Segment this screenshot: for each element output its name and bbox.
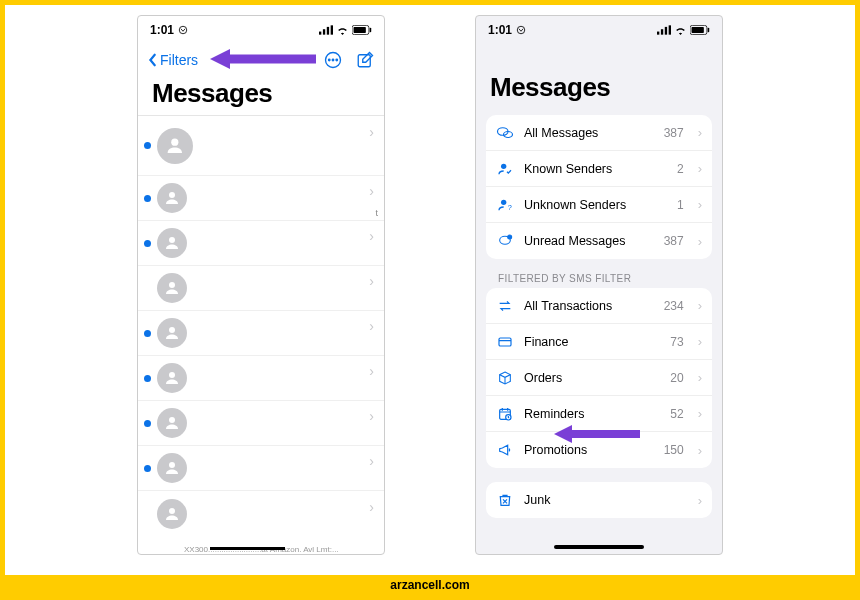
conversation-row[interactable]: › (138, 491, 384, 536)
filter-count: 234 (664, 299, 684, 313)
compose-icon[interactable] (356, 51, 374, 69)
svg-rect-23 (657, 32, 659, 35)
snippet-fragment: t (375, 208, 378, 218)
more-icon[interactable] (324, 51, 342, 69)
svg-point-9 (329, 59, 331, 61)
filter-label: Known Senders (524, 162, 667, 176)
filter-label: Junk (524, 493, 674, 507)
svg-rect-6 (354, 27, 366, 33)
calendar-icon (496, 405, 514, 423)
conversation-row[interactable]: › (138, 401, 384, 446)
svg-rect-24 (661, 29, 663, 34)
filter-label: All Transactions (524, 299, 654, 313)
filter-unknown-senders[interactable]: ? Unknown Senders 1 › (486, 187, 712, 223)
filter-orders[interactable]: Orders 20 › (486, 360, 712, 396)
chevron-right-icon: › (369, 318, 374, 334)
unread-dot-icon (144, 375, 151, 382)
footer-watermark: arzancell.com (5, 575, 855, 595)
conversation-row[interactable]: › (138, 311, 384, 356)
arrows-icon (496, 297, 514, 315)
filter-label: Unknown Senders (524, 198, 667, 212)
svg-point-32 (501, 163, 506, 168)
svg-point-14 (169, 192, 175, 198)
bubble-dot-icon (496, 232, 514, 250)
phone-filters-list: 1:01 Messages All Messages 387 › (475, 15, 723, 555)
filter-label: Unread Messages (524, 234, 654, 248)
filter-group-sms: All Transactions 234 › Finance 73 › Orde… (486, 288, 712, 468)
filter-label: Promotions (524, 443, 654, 457)
svg-point-10 (332, 59, 334, 61)
redacted-bar (210, 547, 285, 550)
filter-reminders[interactable]: Reminders 52 › (486, 396, 712, 432)
svg-point-18 (169, 372, 175, 378)
home-indicator[interactable] (554, 545, 644, 549)
signal-icon (657, 25, 671, 35)
filter-junk[interactable]: Junk › (486, 482, 712, 518)
chevron-right-icon: › (698, 406, 702, 421)
filter-all-messages[interactable]: All Messages 387 › (486, 115, 712, 151)
filter-unread-messages[interactable]: Unread Messages 387 › (486, 223, 712, 259)
conversation-row[interactable]: › (138, 446, 384, 491)
svg-rect-28 (692, 27, 704, 33)
svg-rect-25 (665, 27, 667, 35)
back-filters-link[interactable]: Filters (148, 52, 198, 68)
svg-point-17 (169, 327, 175, 333)
location-icon (516, 25, 526, 35)
unread-dot-icon (144, 195, 151, 202)
person-question-icon: ? (496, 196, 514, 214)
chevron-right-icon: › (698, 443, 702, 458)
filter-finance[interactable]: Finance 73 › (486, 324, 712, 360)
svg-rect-26 (669, 25, 671, 34)
location-icon (178, 25, 188, 35)
chevron-right-icon: › (698, 493, 702, 508)
chevron-right-icon: › (698, 234, 702, 249)
conversation-row[interactable]: › (138, 356, 384, 401)
page-title: Messages (138, 76, 384, 115)
avatar (157, 318, 187, 348)
back-label: Filters (160, 52, 198, 68)
svg-rect-3 (327, 27, 329, 35)
chevron-right-icon: › (369, 183, 374, 199)
filter-promotions[interactable]: Promotions 150 › (486, 432, 712, 468)
filter-count: 2 (677, 162, 684, 176)
filter-group-junk: Junk › (486, 482, 712, 518)
svg-point-22 (517, 26, 525, 34)
avatar (157, 273, 187, 303)
chevron-left-icon (148, 53, 158, 67)
svg-point-33 (501, 199, 506, 204)
signal-icon (319, 25, 333, 35)
svg-point-15 (169, 237, 175, 243)
chevron-right-icon: › (369, 124, 374, 140)
trash-icon (496, 491, 514, 509)
filter-count: 52 (670, 407, 683, 421)
conversation-list[interactable]: › › t › (138, 116, 384, 554)
conversation-row[interactable]: › t (138, 176, 384, 221)
chevron-right-icon: › (698, 298, 702, 313)
svg-point-16 (169, 282, 175, 288)
avatar (157, 128, 193, 164)
unread-dot-icon (144, 142, 151, 149)
avatar (157, 408, 187, 438)
filter-all-transactions[interactable]: All Transactions 234 › (486, 288, 712, 324)
avatar (157, 499, 187, 529)
svg-rect-2 (323, 29, 325, 34)
svg-rect-7 (370, 28, 372, 33)
svg-rect-1 (319, 32, 321, 35)
page-title: Messages (476, 44, 722, 109)
conversation-row[interactable]: › (138, 116, 384, 176)
avatar (157, 363, 187, 393)
filter-count: 73 (670, 335, 683, 349)
conversation-row[interactable]: › (138, 221, 384, 266)
unread-dot-icon (144, 465, 151, 472)
person-check-icon (496, 160, 514, 178)
filter-known-senders[interactable]: Known Senders 2 › (486, 151, 712, 187)
battery-icon (690, 25, 710, 35)
chevron-right-icon: › (698, 161, 702, 176)
chevron-right-icon: › (698, 334, 702, 349)
svg-point-19 (169, 417, 175, 423)
svg-point-11 (336, 59, 338, 61)
svg-point-0 (179, 26, 187, 34)
avatar (157, 183, 187, 213)
conversation-row[interactable]: › (138, 266, 384, 311)
svg-point-36 (508, 235, 512, 239)
